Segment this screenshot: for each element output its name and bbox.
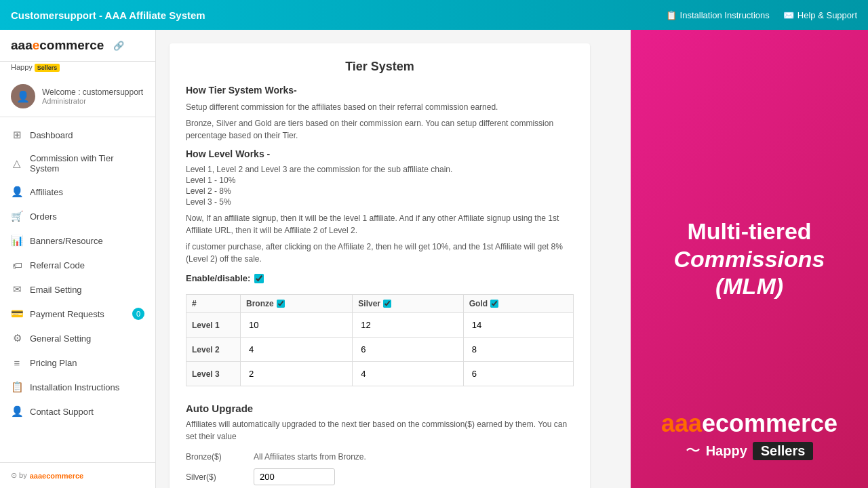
row3-gold[interactable] [463,362,573,386]
user-info: Welcome : customersupport Administrator [42,87,143,105]
enable-checkbox[interactable] [254,274,264,283]
if-customer: if customer purchase, after clicking on … [186,241,574,265]
silver-l3-input[interactable] [358,366,457,382]
level3: Level 3 - 5% [186,197,574,207]
footer-prefix: ⊙ by [11,471,27,480]
layout: aaa e commerce 🔗 Happy Sellers 👤 Welcome… [0,30,868,488]
sidebar-item-installation[interactable]: 📋 Installation Instructions [0,375,155,399]
sidebar-footer: ⊙ by aaaecommerce [0,462,155,488]
sidebar-item-pricing[interactable]: ≡ Pricing Plan [0,350,155,375]
gold-l3-input[interactable] [469,366,568,382]
level-desc: Level 1, Level 2 and Level 3 are the com… [186,165,574,174]
external-link-icon[interactable]: 🔗 [113,41,124,51]
sidebar-item-orders[interactable]: 🛒 Orders [0,204,155,228]
gold-l1-input[interactable] [469,317,568,333]
row1-label: Level 1 [186,313,241,338]
payment-icon: 💳 [11,308,23,320]
content-card: Tier System How Tier System Works- Setup… [170,43,590,488]
brand-logo: aaa ecommerce 〜 Happy Sellers [661,409,837,461]
sidebar: aaa e commerce 🔗 Happy Sellers 👤 Welcome… [0,30,156,488]
bronze-value: All Affiliates starts from Bronze. [254,452,366,462]
th-silver: Silver [353,295,463,313]
right-panel: Multi-tiered Commissions (MLM) aaa ecomm… [631,30,868,488]
sellers-text: Sellers [753,442,814,460]
happy-text: Happy [706,443,747,459]
nav-items: ⊞ Dashboard △ Commission with Tier Syste… [0,117,155,429]
row2-bronze[interactable] [241,338,353,362]
banners-icon: 📊 [11,235,23,247]
enable-disable-row: Enable/disable: [186,273,574,283]
pricing-icon: ≡ [11,357,23,369]
sidebar-item-referral[interactable]: 🏷 Referral Code [0,253,155,277]
sidebar-item-banners[interactable]: 📊 Banners/Resource [0,228,155,253]
level2: Level 2 - 8% [186,186,574,196]
sidebar-item-email[interactable]: ✉ Email Setting [0,277,155,302]
tier-desc2: Bronze, Silver and Gold are tiers based … [186,117,574,142]
row1-bronze[interactable] [241,313,353,338]
footer-link[interactable]: aaaecommerce [30,472,84,480]
now-desc: Now, If an affiliate signup, then it wil… [186,212,574,237]
silver-l2-input[interactable] [358,342,457,357]
row3-label: Level 3 [186,362,241,386]
sidebar-item-contact[interactable]: 👤 Contact Support [0,399,155,424]
mlm-title: Multi-tiered Commissions (MLM) [651,218,848,300]
row1-gold[interactable] [463,313,573,338]
doc-icon: 📋 [666,10,677,20]
avatar: 👤 [11,84,35,108]
sidebar-logo: aaa e commerce 🔗 [0,30,155,62]
bronze-l2-input[interactable] [246,342,347,357]
dashboard-icon: ⊞ [11,129,23,141]
contact-icon: 👤 [11,405,23,418]
auto-upgrade-desc: Affiliates will automatically upgraded t… [186,418,574,443]
row2-label: Level 2 [186,338,241,362]
row2-silver[interactable] [353,338,463,362]
bronze-label: Bronze($) [186,452,240,462]
referral-icon: 🏷 [11,259,23,271]
top-nav-links: 📋 Installation Instructions ✉️ Help & Su… [666,10,857,20]
installation-icon: 📋 [11,381,23,393]
sidebar-item-payment[interactable]: 💳 Payment Requests 0 [0,302,155,326]
tier-heading: How Tier System Works- [186,85,574,96]
email-icon: ✉ [11,283,23,296]
sidebar-user: 👤 Welcome : customersupport Administrato… [0,76,155,117]
silver-upgrade-row: Silver($) [186,468,574,485]
orders-icon: 🛒 [11,210,23,222]
silver-input[interactable] [254,468,335,485]
main-content: Tier System How Tier System Works- Setup… [156,30,631,488]
auto-upgrade-title: Auto Upgrade [186,403,574,414]
silver-label: Silver($) [186,472,240,482]
installation-instructions-link[interactable]: 📋 Installation Instructions [666,10,770,20]
th-bronze: Bronze [241,295,353,313]
sidebar-item-general[interactable]: ⚙ General Setting [0,326,155,350]
level1: Level 1 - 10% [186,176,574,185]
table-row: Level 3 [186,362,574,386]
gold-l2-input[interactable] [469,342,568,357]
bronze-l3-input[interactable] [246,366,347,382]
table-row: Level 2 [186,338,574,362]
th-hash: # [186,295,241,313]
bronze-l1-input[interactable] [246,317,347,333]
affiliates-icon: 👤 [11,186,23,198]
gold-checkbox[interactable] [490,300,498,308]
card-title: Tier System [186,60,574,74]
sidebar-item-dashboard[interactable]: ⊞ Dashboard [0,123,155,147]
bronze-checkbox[interactable] [277,300,285,308]
silver-l1-input[interactable] [358,317,457,333]
row2-gold[interactable] [463,338,573,362]
help-support-link[interactable]: ✉️ Help & Support [783,10,857,20]
row3-bronze[interactable] [241,362,353,386]
tier-table: # Bronze Silver [186,294,574,386]
bronze-upgrade-row: Bronze($) All Affiliates starts from Bro… [186,452,574,462]
app-title: Customersupport - AAA Affiliate System [11,9,205,21]
payment-badge: 0 [132,308,144,320]
sidebar-item-affiliates[interactable]: 👤 Affiliates [0,180,155,204]
tier-icon: △ [11,157,23,169]
row1-silver[interactable] [353,313,463,338]
row3-silver[interactable] [353,362,463,386]
level-heading: How Level Works - [186,148,574,159]
sellers-badge: Sellers [35,64,60,72]
sidebar-item-commission-tier[interactable]: △ Commission with Tier System [0,147,155,180]
mail-icon: ✉️ [783,10,794,20]
wave-icon: 〜 [686,441,701,461]
silver-checkbox[interactable] [383,300,391,308]
